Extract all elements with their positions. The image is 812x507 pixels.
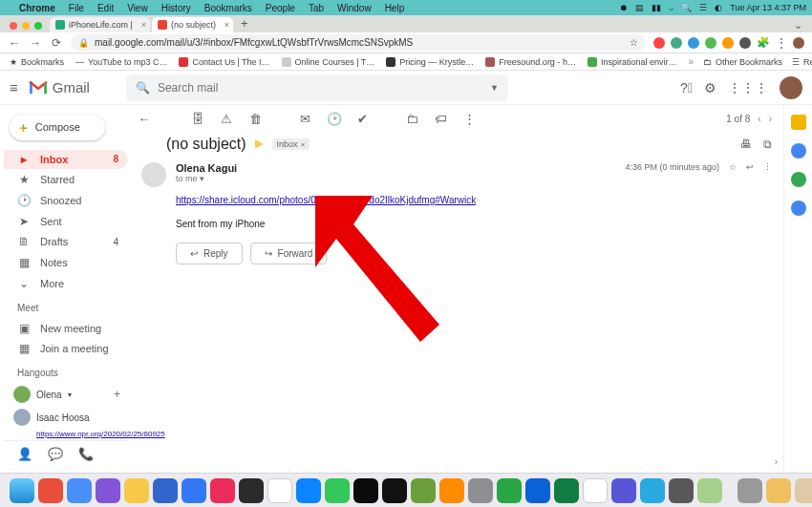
contacts-addon-icon[interactable] bbox=[791, 201, 806, 216]
hangout-contact[interactable]: Isaac Hoosa bbox=[4, 407, 128, 428]
sidebar-join-meeting[interactable]: ▦Join a meeting bbox=[4, 339, 128, 358]
sidebar-starred[interactable]: ★Starred bbox=[4, 171, 128, 190]
menu-tab[interactable]: Tab bbox=[309, 3, 324, 13]
dock-app-icon[interactable] bbox=[38, 478, 63, 503]
sidebar-inbox[interactable]: ▸ Inbox 8 bbox=[4, 150, 128, 169]
menu-bookmarks[interactable]: Bookmarks bbox=[204, 3, 252, 13]
bookmark-item[interactable]: Freesound.org - h… bbox=[485, 57, 576, 67]
extension-icon[interactable] bbox=[653, 37, 665, 49]
bookmark-item[interactable]: Inspirational envir… bbox=[588, 57, 677, 67]
add-task-icon[interactable]: ✔ bbox=[355, 112, 369, 126]
menu-help[interactable]: Help bbox=[385, 3, 405, 13]
compose-button[interactable]: + Compose bbox=[10, 115, 105, 140]
bookmarks-overflow-icon[interactable]: » bbox=[688, 56, 694, 67]
important-marker-icon[interactable]: ⯈ bbox=[254, 138, 265, 150]
next-message-icon[interactable]: › bbox=[769, 114, 772, 124]
calendar-addon-icon[interactable] bbox=[791, 115, 806, 130]
calls-tab-icon[interactable]: 📞 bbox=[78, 447, 94, 461]
status-control-icon[interactable]: ☰ bbox=[699, 3, 707, 12]
back-button[interactable]: ← bbox=[8, 36, 21, 50]
hangout-contact[interactable]: Olena ▾ + bbox=[4, 384, 128, 405]
recipients-line[interactable]: to me ▾ bbox=[176, 174, 237, 183]
hangouts-tab-icon[interactable]: 💬 bbox=[48, 447, 63, 461]
sidebar-snoozed[interactable]: 🕑Snoozed bbox=[4, 191, 128, 210]
window-minimize-button[interactable] bbox=[22, 22, 30, 30]
sidebar-new-meeting[interactable]: ▣New meeting bbox=[4, 319, 128, 338]
dock-app-icon[interactable] bbox=[153, 478, 178, 503]
forward-button[interactable]: ↪Forward bbox=[250, 243, 328, 264]
sidebar-drafts[interactable]: 🗎Drafts4 bbox=[4, 233, 128, 252]
other-bookmarks[interactable]: 🗀Other Bookmarks bbox=[703, 57, 782, 67]
dock-appletv-icon[interactable] bbox=[382, 478, 407, 503]
menu-file[interactable]: File bbox=[69, 3, 84, 13]
hangout-shared-link[interactable]: https://www.npr.org/2020/02/25/80925 bbox=[4, 430, 128, 438]
extensions-menu-icon[interactable]: 🧩 bbox=[757, 36, 770, 49]
dock-app-icon[interactable] bbox=[296, 478, 321, 503]
message-more-icon[interactable]: ⋮ bbox=[763, 162, 772, 172]
print-icon[interactable]: 🖶 bbox=[740, 137, 752, 151]
close-tab-icon[interactable]: × bbox=[141, 20, 146, 30]
report-spam-icon[interactable]: ⚠ bbox=[220, 112, 233, 126]
dock-app-icon[interactable] bbox=[239, 478, 264, 503]
settings-gear-icon[interactable]: ⚙ bbox=[704, 80, 716, 95]
sidebar-more[interactable]: ⌄More bbox=[4, 274, 128, 293]
search-bar[interactable]: 🔍 ▼ bbox=[126, 74, 508, 101]
window-close-button[interactable] bbox=[10, 22, 17, 30]
chrome-menu-icon[interactable]: ⋮ bbox=[776, 36, 787, 50]
dock-finder-icon[interactable] bbox=[10, 478, 34, 503]
move-to-icon[interactable]: 🗀 bbox=[405, 112, 418, 126]
tasks-addon-icon[interactable] bbox=[791, 172, 806, 187]
reply-button[interactable]: ↩Reply bbox=[176, 243, 243, 264]
bookmark-item[interactable]: —YouTube to mp3 C… bbox=[75, 57, 167, 67]
bookmark-item[interactable]: Pricing — Krystle… bbox=[386, 57, 474, 67]
extension-icon[interactable] bbox=[739, 37, 751, 49]
dock-calendar-icon[interactable] bbox=[267, 478, 292, 503]
dock-app-icon[interactable] bbox=[325, 478, 350, 503]
dock-app-icon[interactable] bbox=[766, 478, 791, 503]
dock-app-icon[interactable] bbox=[583, 478, 608, 503]
profile-avatar-icon[interactable] bbox=[793, 37, 804, 49]
bookmark-item[interactable]: ★Bookmarks bbox=[10, 57, 64, 67]
extension-icon[interactable] bbox=[722, 37, 734, 49]
contacts-tab-icon[interactable]: 👤 bbox=[17, 447, 32, 461]
status-search-icon[interactable]: 🔍 bbox=[681, 3, 692, 12]
menu-view[interactable]: View bbox=[127, 3, 148, 13]
extension-icon[interactable] bbox=[688, 37, 699, 49]
dock-app-icon[interactable] bbox=[439, 478, 464, 503]
new-tab-button[interactable]: + bbox=[235, 16, 254, 32]
dock-app-icon[interactable] bbox=[67, 478, 92, 503]
close-tab-icon[interactable]: × bbox=[224, 20, 229, 30]
snooze-icon[interactable]: 🕑 bbox=[327, 112, 340, 126]
dock-word-icon[interactable] bbox=[525, 478, 550, 503]
dock-app-icon[interactable] bbox=[468, 478, 493, 503]
label-chip[interactable]: Inbox× bbox=[272, 138, 310, 150]
menu-people[interactable]: People bbox=[266, 3, 295, 13]
menu-edit[interactable]: Edit bbox=[97, 3, 114, 13]
sidebar-sent[interactable]: ➤Sent bbox=[4, 212, 128, 231]
extension-icon[interactable] bbox=[705, 37, 716, 49]
more-actions-icon[interactable]: ⋮ bbox=[462, 112, 476, 126]
dock-app-icon[interactable] bbox=[497, 478, 522, 503]
show-side-panel-icon[interactable]: › bbox=[775, 456, 778, 467]
shared-icloud-link[interactable]: https://share.icloud.com/photos/0rQoSTt6… bbox=[176, 195, 476, 205]
dock-app-icon[interactable] bbox=[210, 478, 235, 503]
status-siri-icon[interactable]: ◐ bbox=[715, 3, 722, 12]
back-to-inbox-icon[interactable]: ← bbox=[138, 112, 151, 126]
dock-app-icon[interactable] bbox=[795, 478, 812, 503]
dock-app-icon[interactable] bbox=[96, 478, 120, 503]
menu-window[interactable]: Window bbox=[337, 3, 372, 13]
dock-app-icon[interactable] bbox=[697, 478, 722, 503]
sidebar-notes[interactable]: ▦Notes bbox=[4, 253, 128, 272]
dock-app-icon[interactable] bbox=[669, 478, 694, 503]
gmail-logo[interactable]: Gmail bbox=[28, 79, 90, 95]
dock-app-icon[interactable] bbox=[611, 478, 636, 503]
menu-history[interactable]: History bbox=[161, 3, 191, 13]
delete-icon[interactable]: 🗑 bbox=[248, 112, 262, 126]
add-contact-icon[interactable]: + bbox=[114, 388, 120, 401]
star-message-icon[interactable]: ☆ bbox=[729, 162, 737, 172]
tab-overflow-icon[interactable]: ⌄ bbox=[794, 19, 802, 32]
dock-excel-icon[interactable] bbox=[554, 478, 579, 503]
archive-icon[interactable]: 🗄 bbox=[191, 112, 204, 126]
dock-app-icon[interactable] bbox=[124, 478, 149, 503]
forward-button[interactable]: → bbox=[29, 36, 42, 50]
